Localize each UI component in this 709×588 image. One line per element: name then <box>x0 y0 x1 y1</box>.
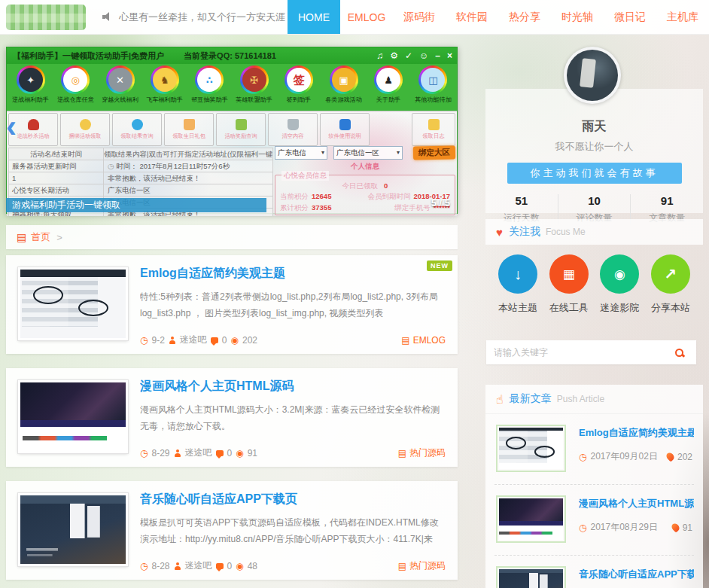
comment-count: 0 <box>227 561 233 571</box>
article-author[interactable]: 迷途吧 <box>185 446 212 459</box>
character-icon: ♞ <box>153 68 177 92</box>
article-title[interactable]: 漫画风格个人主页HTML源码 <box>140 379 443 395</box>
nav-item-host-library[interactable]: 主机库 <box>656 0 709 34</box>
grid-icon: ▦ <box>563 267 575 282</box>
profile-slogan-button[interactable]: 你主动我们就会有故事 <box>507 163 682 184</box>
nav-item-source-street[interactable]: 源码街 <box>393 0 446 34</box>
nav-item-hot-share[interactable]: 热分享 <box>498 0 551 34</box>
hand-icon: ☝ <box>496 392 504 407</box>
category-icon: ▤ <box>398 561 406 571</box>
app-tool-speed: ♞飞车福利助手 <box>142 66 187 111</box>
app-login-qq: 当前登录QQ: 571614181 <box>184 50 276 62</box>
notice-text: 心里有一丝牵挂，却又个行一方安天涯 <box>119 11 285 24</box>
bind-region-button: 绑定大区 <box>413 146 455 160</box>
check-icon: ✓ <box>405 47 412 64</box>
item-thumbnail[interactable] <box>496 425 566 472</box>
article-category[interactable]: ▤EMLOG <box>401 335 446 346</box>
table-row: 心悦专区长期活动 广东电信一区 <box>8 184 273 197</box>
view-count: 91 <box>248 448 257 459</box>
nav-item-emlog[interactable]: EMLOG <box>340 0 393 34</box>
category-icon: ▤ <box>398 448 406 459</box>
shortcut-share-site[interactable]: ↗分享本站 <box>649 254 692 315</box>
item-thumbnail[interactable] <box>496 495 566 543</box>
app-tool-nizhan-depot: ◎逆战仓库任意 <box>53 66 97 111</box>
topbar: 心里有一丝牵挂，却又个行一方安天涯 HOME EMLOG 源码街 软件园 热分享… <box>0 0 709 35</box>
clock-icon: ◷ <box>579 452 586 462</box>
article-title[interactable]: 音乐随心听自适应APP下载页 <box>140 492 443 507</box>
focus-me-header: ♥ 关注我 Focus Me <box>485 219 703 245</box>
toolbar-button: 领取结果查询 <box>112 113 162 146</box>
site-logo[interactable] <box>6 5 86 30</box>
search-bar <box>486 340 696 364</box>
member-info-box: 心悦会员信息 今日已领取 0 当前积分12645 会员到期时间2018-01-1… <box>275 175 455 215</box>
article-meta: ◷8-28 迷途吧 0 ◉48 ▤热门源码 <box>140 559 446 572</box>
app-tool-signin: 签签到助手 <box>276 66 321 111</box>
carousel-slide[interactable]: 【福利助手】一键领取活动助手|免费用户 当前登录QQ: 571614181 ♫ … <box>6 47 458 214</box>
clock-icon: ◷ <box>579 522 586 533</box>
article-card: 音乐随心听自适应APP下载页 模板是扒可可英语APP下载页源码自适应模板，代码都… <box>6 481 458 580</box>
app-tool-lol: ✠英雄联盟助手 <box>232 66 276 111</box>
shortcut-cinema[interactable]: ◉迷途影院 <box>598 254 641 315</box>
notes-icon <box>428 119 440 130</box>
profile-name: 雨天 <box>485 119 703 135</box>
item-meta: ◷ 2017年09月02日 202 <box>579 450 692 463</box>
article-title[interactable]: Emlog自适应简约美观主题 <box>140 266 443 282</box>
user-icon: ☺ <box>419 47 428 64</box>
push-subtitle: Push Article <box>557 394 604 404</box>
item-meta: ◷ 2017年08月29日 91 <box>579 521 692 534</box>
clock-icon: ◷ <box>108 160 114 172</box>
clock-icon: ◷ <box>140 335 148 346</box>
stamp-icon: 签 <box>287 68 311 92</box>
chest-icon: ▣ <box>332 68 356 92</box>
comment-icon <box>216 563 224 569</box>
nav-item-timeline[interactable]: 时光轴 <box>551 0 604 34</box>
list-item: 漫画风格个人主页HTML源码 ◷ 2017年08月29日 91 <box>494 485 694 556</box>
dots-icon: ∴ <box>197 68 221 92</box>
article-date: 8-28 <box>151 561 169 571</box>
nav-item-micro-diary[interactable]: 微日记 <box>604 0 656 34</box>
search-button[interactable] <box>662 340 696 364</box>
article-category[interactable]: ▤热门源码 <box>398 446 446 459</box>
search-input[interactable] <box>486 340 662 364</box>
nav-item-home[interactable]: HOME <box>288 0 340 34</box>
app-tool-more: ◫其他功能待加 <box>411 66 455 111</box>
article-thumbnail[interactable] <box>18 493 128 566</box>
item-title[interactable]: 漫画风格个人主页HTML源码 <box>579 497 694 510</box>
latest-articles-header: ☝ 最新文章 Push Article <box>485 385 703 414</box>
heart-icon: ♥ <box>496 226 503 239</box>
article-category[interactable]: ▤热门源码 <box>398 559 446 572</box>
latest-articles-panel: ☝ 最新文章 Push Article Emlog自适应简约美观主题 ◷ 201… <box>485 385 703 588</box>
eye-icon: ◉ <box>236 561 243 571</box>
item-date: 2017年08月29日 <box>590 521 657 534</box>
article-description: 漫画风格个人主页HTML源码大小：3.2M|来源：蓝奏云已经过安全软件检测无毒，… <box>140 401 444 436</box>
shortcut-site-themes[interactable]: ↓本站主题 <box>496 254 540 315</box>
app-tool-about: ♟关于助手 <box>366 66 410 111</box>
app-tool-game-events: ▣各类游戏活动 <box>321 66 366 111</box>
item-title[interactable]: Emlog自适应简约美观主题 <box>579 426 694 440</box>
slide-caption[interactable]: 游戏福利助手活动一键领取 <box>6 198 266 212</box>
carousel-prev-arrow[interactable]: ‹ <box>6 113 17 140</box>
item-thumbnail[interactable] <box>496 566 566 588</box>
nav-item-software-park[interactable]: 软件园 <box>446 0 498 34</box>
toolbar-button: 活动奖励查询 <box>216 113 266 146</box>
app-title: 【福利助手】一键领取活动助手|免费用户 <box>13 50 164 62</box>
table-header: 活动名/结束时间 领取结果内容|双击可打开指定活动地址(仅限福利一键领) <box>8 148 273 160</box>
app-tool-nizhan-welfare: ✦逆战福利助手 <box>8 66 53 111</box>
button-icon <box>80 119 91 130</box>
clock-icon: ◷ <box>140 448 148 459</box>
breadcrumb-home[interactable]: 首页 <box>31 230 50 244</box>
toolbar-button: 软件使用说明 <box>320 113 370 146</box>
item-title[interactable]: 音乐随心听自适应APP下载页 <box>579 568 694 581</box>
caret-down-icon: ▾ <box>317 147 324 159</box>
toolbar-button: 捆绑活动领取 <box>60 113 110 146</box>
box-icon: ◫ <box>421 68 445 92</box>
speaker-icon <box>102 12 114 22</box>
shortcut-online-tools[interactable]: ▦在线工具 <box>547 254 591 315</box>
article-thumbnail[interactable] <box>18 267 128 340</box>
app-tool-lottery: ∴帮豆抽奖助手 <box>187 66 232 111</box>
article-author[interactable]: 迷途吧 <box>180 334 207 346</box>
article-card: 漫画风格个人主页HTML源码 漫画风格个人主页HTML源码大小：3.2M|来源：… <box>6 368 458 467</box>
comment-icon <box>216 450 224 456</box>
article-author[interactable]: 迷途吧 <box>185 559 212 572</box>
article-thumbnail[interactable] <box>18 380 128 453</box>
